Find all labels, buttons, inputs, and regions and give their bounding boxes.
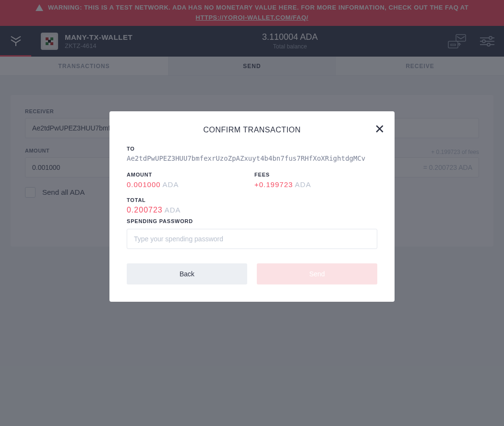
modal-overlay: CONFIRM TRANSACTION ✕ TO Ae2tdPwUPEZ3HUU… <box>0 0 504 426</box>
back-button[interactable]: Back <box>127 263 247 284</box>
close-icon[interactable]: ✕ <box>374 123 385 135</box>
modal-total-label: TOTAL <box>127 197 377 203</box>
modal-title: CONFIRM TRANSACTION <box>127 126 377 134</box>
confirm-transaction-modal: CONFIRM TRANSACTION ✕ TO Ae2tdPwUPEZ3HUU… <box>109 111 395 302</box>
modal-total-value: 0.200723ADA <box>127 206 377 214</box>
modal-fees-label: FEES <box>254 172 377 178</box>
send-button[interactable]: Send <box>257 263 377 284</box>
modal-amount-value: 0.001000ADA <box>127 180 250 189</box>
to-address: Ae2tdPwUPEZ3HUU7bmfexrUzoZpAZxuyt4b4bn7f… <box>127 154 377 162</box>
to-label: TO <box>127 146 377 152</box>
spending-password-input[interactable] <box>127 229 377 249</box>
modal-fees-value: +0.199723ADA <box>254 180 377 189</box>
spending-password-label: SPENDING PASSWORD <box>127 218 377 224</box>
modal-amount-label: AMOUNT <box>127 172 250 178</box>
